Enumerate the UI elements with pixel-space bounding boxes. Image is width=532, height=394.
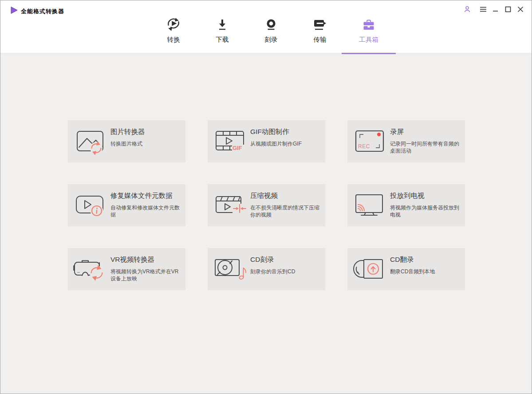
card-fix-metadata[interactable]: 修复媒体文件元数据 自动修复和修改媒体文件元数据	[68, 184, 185, 226]
hamburger-icon	[479, 5, 487, 13]
card-text: CD翻录 翻录CD音频到本地	[390, 255, 461, 290]
card-text: VR视频转换器 将视频转换为VR格式并在VR设备上放映	[110, 255, 181, 290]
tab-label: 刻录	[265, 35, 278, 44]
card-desc: 刻录你的音乐到CD	[250, 268, 321, 275]
minimize-button[interactable]	[491, 4, 500, 14]
tab-label: 下载	[216, 35, 229, 44]
card-desc: 从视频或图片制作GIF	[250, 140, 321, 147]
card-title: 修复媒体文件元数据	[110, 191, 181, 201]
card-cast-to-tv[interactable]: 投放到电视 将视频作为媒体服务器投放到电视	[347, 184, 465, 226]
card-desc: 翻录CD音频到本地	[390, 268, 461, 275]
rec-icon-label: REC	[358, 143, 370, 150]
tab-transfer[interactable]: 传输	[300, 16, 340, 54]
card-desc: 转换图片格式	[110, 140, 181, 147]
cd-burn-icon	[213, 256, 248, 283]
maximize-button[interactable]	[503, 4, 513, 14]
card-text: 图片转换器 转换图片格式	[110, 127, 181, 162]
tab-burn[interactable]: 刻录	[251, 16, 291, 54]
app-window: 全能格式转换器	[0, 0, 532, 394]
tab-convert[interactable]: 转换	[154, 16, 193, 54]
transfer-icon	[313, 18, 327, 32]
screen-record-icon: REC	[353, 128, 388, 155]
card-text: 修复媒体文件元数据 自动修复和修改媒体文件元数据	[110, 191, 181, 226]
tab-download[interactable]: 下载	[202, 16, 242, 54]
burn-icon	[264, 18, 278, 32]
cd-rip-icon	[353, 256, 388, 283]
toolbox-icon	[362, 18, 375, 32]
card-vr-converter[interactable]: VR视频转换器 将视频转换为VR格式并在VR设备上放映	[68, 248, 185, 290]
app-title: 全能格式转换器	[21, 8, 64, 16]
image-converter-icon	[73, 128, 109, 155]
main-nav: 转换 下载 刻录	[154, 16, 389, 54]
card-title: GIF动图制作	[250, 127, 321, 137]
app-logo-icon	[10, 6, 18, 14]
user-icon	[463, 5, 471, 13]
window-controls	[462, 4, 525, 14]
card-text: 录屏 记录同一时间所有带有音频的桌面活动	[390, 127, 461, 162]
card-desc: 自动修复和修改媒体文件元数据	[110, 204, 181, 218]
maximize-icon	[504, 5, 512, 13]
close-button[interactable]	[516, 4, 525, 14]
card-desc: 在不损失清晰度的情况下压缩你的视频	[250, 204, 321, 218]
card-text: GIF动图制作 从视频或图片制作GIF	[250, 127, 321, 162]
card-title: CD翻录	[390, 255, 461, 264]
card-cd-rip[interactable]: CD翻录 翻录CD音频到本地	[347, 248, 465, 290]
toolbox-grid: 图片转换器 转换图片格式 GIF GIF动图制作 从视频或图片	[68, 120, 465, 290]
card-title: 录屏	[390, 127, 461, 137]
card-cd-burn[interactable]: CD刻录 刻录你的音乐到CD	[208, 248, 325, 290]
gif-maker-icon: GIF	[213, 128, 248, 155]
convert-icon	[166, 17, 181, 32]
card-title: 图片转换器	[110, 127, 181, 137]
card-screen-record[interactable]: REC 录屏 记录同一时间所有带有音频的桌面活动	[347, 120, 465, 162]
card-desc: 将视频转换为VR格式并在VR设备上放映	[110, 268, 181, 282]
header: 全能格式转换器	[0, 0, 532, 54]
tab-toolbox[interactable]: 工具箱	[349, 16, 389, 54]
close-icon	[516, 5, 524, 13]
tab-label: 转换	[167, 35, 180, 44]
vr-converter-icon	[73, 256, 109, 283]
compress-video-icon	[213, 192, 248, 219]
card-title: 投放到电视	[390, 191, 461, 201]
card-desc: 将视频作为媒体服务器投放到电视	[390, 204, 461, 218]
cast-to-tv-icon	[353, 192, 388, 219]
card-title: 压缩视频	[250, 191, 321, 201]
card-title: CD刻录	[250, 255, 321, 264]
account-button[interactable]	[462, 4, 472, 14]
card-image-converter[interactable]: 图片转换器 转换图片格式	[68, 120, 185, 162]
tab-label: 传输	[314, 35, 327, 44]
menu-button[interactable]	[478, 4, 488, 14]
fix-metadata-icon	[73, 192, 109, 219]
card-text: CD刻录 刻录你的音乐到CD	[250, 255, 321, 290]
card-compress-video[interactable]: 压缩视频 在不损失清晰度的情况下压缩你的视频	[208, 184, 325, 226]
card-gif-maker[interactable]: GIF GIF动图制作 从视频或图片制作GIF	[208, 120, 325, 162]
card-text: 投放到电视 将视频作为媒体服务器投放到电视	[390, 191, 461, 226]
gif-icon-label: GIF	[233, 145, 242, 151]
card-desc: 记录同一时间所有带有音频的桌面活动	[390, 140, 461, 154]
tab-label: 工具箱	[359, 35, 378, 44]
card-text: 压缩视频 在不损失清晰度的情况下压缩你的视频	[250, 191, 321, 226]
minimize-icon	[492, 5, 500, 13]
card-title: VR视频转换器	[110, 255, 181, 264]
download-icon	[216, 18, 229, 32]
